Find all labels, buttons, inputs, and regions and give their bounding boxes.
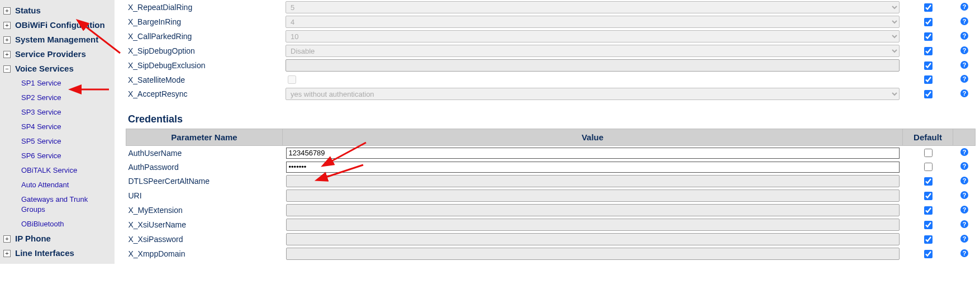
svg-text:?: ? <box>963 61 967 68</box>
param-name: URI <box>126 188 283 203</box>
param-password-input[interactable] <box>286 162 900 173</box>
table-row: DTLSPeerCertAltName? <box>126 174 976 188</box>
param-default-cell <box>903 44 953 58</box>
default-checkbox[interactable] <box>924 32 933 41</box>
param-checkbox[interactable] <box>288 75 296 84</box>
sidebar-item-sp4-service[interactable]: SP4 Service <box>2 120 112 134</box>
sidebar-section-line-interfaces[interactable]: + Line Interfaces <box>2 246 112 260</box>
param-value-cell <box>283 217 903 232</box>
default-checkbox[interactable] <box>924 3 933 12</box>
svg-text:?: ? <box>962 192 966 198</box>
default-checkbox[interactable] <box>924 206 933 215</box>
svg-text:?: ? <box>963 47 967 54</box>
param-default-cell <box>903 146 953 160</box>
param-select[interactable]: yes without authentication <box>286 88 900 100</box>
param-value-cell: Disable <box>282 44 903 58</box>
sidebar-item-gateways-trunk-groups[interactable]: Gateways and Trunk Groups <box>2 192 112 217</box>
sidebar-item-sp6-service[interactable]: SP6 Service <box>2 149 112 163</box>
help-icon[interactable]: ? <box>960 176 969 185</box>
default-checkbox[interactable] <box>924 192 933 200</box>
help-icon[interactable]: ? <box>960 31 969 40</box>
param-select[interactable]: 4 <box>286 16 900 28</box>
help-icon[interactable]: ? <box>960 249 969 258</box>
sidebar-item-sp5-service[interactable]: SP5 Service <box>2 134 112 149</box>
help-icon[interactable]: ? <box>960 162 969 170</box>
sidebar-item-sp3-service[interactable]: SP3 Service <box>2 105 112 120</box>
default-checkbox[interactable] <box>924 177 933 186</box>
default-checkbox[interactable] <box>924 90 933 98</box>
sidebar-item-obitalk-service[interactable]: OBiTALK Service <box>2 163 112 178</box>
col-header-default: Default <box>903 129 953 146</box>
param-value-cell <box>283 232 903 247</box>
sidebar-section-system-management[interactable]: + System Management <box>2 32 112 47</box>
expand-icon[interactable]: + <box>3 22 11 29</box>
sidebar-section-label: System Management <box>15 34 98 46</box>
param-select[interactable]: Disable <box>286 45 900 57</box>
help-icon[interactable]: ? <box>960 74 969 83</box>
sidebar-item-obibluetooth[interactable]: OBiBluetooth <box>2 217 112 231</box>
help-icon[interactable]: ? <box>960 191 969 200</box>
help-icon[interactable]: ? <box>960 2 969 11</box>
param-default-cell <box>903 174 953 188</box>
help-icon[interactable]: ? <box>960 220 969 229</box>
param-text-input[interactable] <box>286 248 900 260</box>
param-text-input[interactable] <box>286 204 900 216</box>
svg-text:?: ? <box>962 149 966 155</box>
default-checkbox[interactable] <box>924 250 933 258</box>
expand-icon[interactable]: + <box>3 7 11 15</box>
default-checkbox[interactable] <box>924 221 933 229</box>
param-text-input[interactable] <box>286 189 900 202</box>
sidebar-item-auto-attendant[interactable]: Auto Attendant <box>2 178 112 192</box>
sidebar-section-voice-services[interactable]: − Voice Services <box>2 61 112 76</box>
collapse-icon[interactable]: − <box>3 65 11 73</box>
expand-icon[interactable]: + <box>3 51 11 58</box>
sidebar-section-obiwifi[interactable]: + OBiWiFi Configuration <box>2 18 112 32</box>
param-value-cell <box>283 174 903 188</box>
upper-params-table: X_RepeatDialRing5?X_BargeInRing4?X_CallP… <box>126 0 976 101</box>
svg-text:?: ? <box>963 90 967 97</box>
help-icon[interactable]: ? <box>960 234 969 243</box>
expand-icon[interactable]: + <box>3 235 11 243</box>
table-row: X_CallParkedRing10? <box>126 29 976 44</box>
param-help-cell: ? <box>953 203 976 217</box>
param-text-input[interactable] <box>286 219 900 231</box>
svg-text:?: ? <box>963 32 967 39</box>
default-checkbox[interactable] <box>924 235 933 244</box>
sidebar-item-sp1-service[interactable]: SP1 Service <box>2 76 112 91</box>
sidebar-section-service-providers[interactable]: + Service Providers <box>2 47 112 61</box>
default-checkbox[interactable] <box>924 61 933 70</box>
help-icon[interactable]: ? <box>960 60 969 69</box>
param-text-input[interactable] <box>286 59 900 72</box>
param-select[interactable]: 10 <box>286 30 900 42</box>
sidebar-section-status[interactable]: + Status <box>2 3 112 18</box>
sidebar-item-sp2-service[interactable]: SP2 Service <box>2 91 112 105</box>
help-icon[interactable]: ? <box>960 148 969 157</box>
col-header-value: Value <box>283 129 903 146</box>
help-icon[interactable]: ? <box>960 17 969 26</box>
param-text-input[interactable] <box>286 175 900 187</box>
param-text-input[interactable] <box>286 148 900 159</box>
param-select[interactable]: 5 <box>286 1 900 13</box>
param-default-cell <box>903 29 953 44</box>
param-default-cell <box>903 15 953 29</box>
default-checkbox[interactable] <box>924 75 933 84</box>
default-checkbox[interactable] <box>924 163 933 171</box>
help-icon[interactable]: ? <box>960 89 969 98</box>
help-icon[interactable]: ? <box>960 46 969 55</box>
help-icon[interactable]: ? <box>960 205 969 214</box>
sidebar-section-label: Service Providers <box>15 48 86 60</box>
expand-icon[interactable]: + <box>3 36 11 44</box>
sidebar-section-ip-phone[interactable]: + IP Phone <box>2 231 112 246</box>
default-checkbox[interactable] <box>924 149 933 157</box>
param-name: AuthPassword <box>126 160 283 174</box>
expand-icon[interactable]: + <box>3 250 11 257</box>
sidebar-section-label: IP Phone <box>15 233 51 245</box>
param-value-cell <box>283 247 903 261</box>
default-checkbox[interactable] <box>924 47 933 55</box>
default-checkbox[interactable] <box>924 18 933 26</box>
param-help-cell: ? <box>953 58 976 73</box>
param-name: AuthUserName <box>126 146 283 160</box>
table-row: X_XsiPassword? <box>126 232 976 247</box>
param-help-cell: ? <box>953 247 976 261</box>
param-text-input[interactable] <box>286 233 900 245</box>
